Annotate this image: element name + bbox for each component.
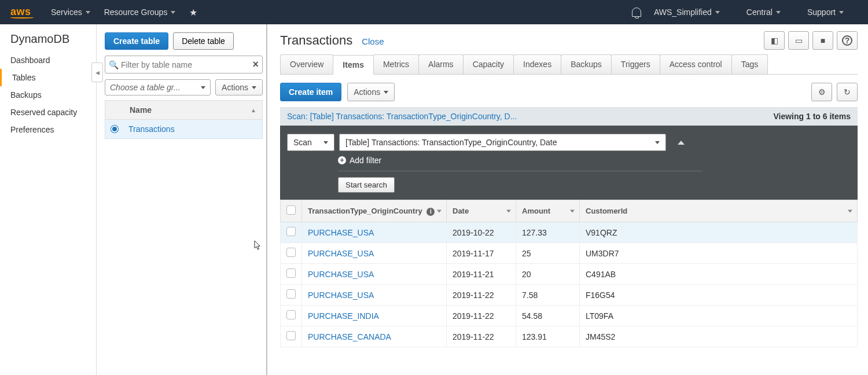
- checkbox-icon[interactable]: [286, 331, 296, 340]
- settings-button[interactable]: [811, 83, 832, 101]
- info-icon[interactable]: i: [426, 208, 435, 216]
- nav-resource-groups[interactable]: Resource Groups: [104, 8, 176, 17]
- row-checkbox-cell[interactable]: [281, 285, 302, 306]
- row-pk-link[interactable]: PURCHASE_CANADA: [308, 332, 391, 341]
- row-date-cell: 2019-11-22: [447, 326, 516, 347]
- checkbox-icon[interactable]: [286, 289, 296, 299]
- index-select[interactable]: [Table] Transactions: TransactionType_Or…: [339, 134, 666, 151]
- row-date-cell: 2019-11-21: [447, 264, 516, 285]
- tab-overview[interactable]: Overview: [280, 54, 333, 74]
- table-actions-dropdown[interactable]: Actions: [215, 79, 263, 95]
- row-pk-cell: PURCHASE_USA: [302, 222, 447, 243]
- table-row[interactable]: PURCHASE_INDIA2019-11-2254.58LT09FA: [281, 306, 858, 326]
- col-amount[interactable]: Amount: [516, 200, 580, 222]
- tab-alarms[interactable]: Alarms: [418, 54, 464, 74]
- row-checkbox-cell[interactable]: [281, 264, 302, 285]
- table-filter-input-wrap[interactable]: 🔍 ×: [105, 56, 263, 73]
- sidebar-item-preferences[interactable]: Preferences: [0, 121, 96, 138]
- clear-filter-icon[interactable]: ×: [252, 58, 259, 71]
- create-item-button[interactable]: Create item: [280, 83, 341, 101]
- view-split-button[interactable]: ◧: [764, 31, 785, 50]
- square-icon: ■: [821, 36, 825, 45]
- tab-tags[interactable]: Tags: [731, 54, 768, 74]
- checkbox-icon[interactable]: [286, 205, 296, 215]
- view-full-button[interactable]: ■: [812, 31, 833, 50]
- nav-account[interactable]: AWS_Simplified: [654, 8, 720, 17]
- tab-indexes[interactable]: Indexes: [513, 54, 561, 74]
- sidebar-item-reserved-capacity[interactable]: Reserved capacity: [0, 104, 96, 121]
- col-checkbox[interactable]: [281, 200, 302, 222]
- refresh-icon: [844, 87, 851, 97]
- delete-table-button[interactable]: Delete table: [173, 32, 234, 50]
- row-pk-link[interactable]: PURCHASE_USA: [308, 228, 374, 237]
- items-actions-dropdown[interactable]: Actions: [347, 83, 395, 101]
- scan-summary-link[interactable]: Scan: [Table] Transactions: TransactionT…: [287, 112, 517, 121]
- nav-support[interactable]: Support: [807, 8, 844, 17]
- viewing-count: Viewing 1 to 6 items: [773, 112, 851, 121]
- sidebar-item-dashboard[interactable]: Dashboard: [0, 52, 96, 69]
- caret-down-icon: [384, 91, 388, 94]
- col-primary-key[interactable]: TransactionType_OriginCountry i: [302, 200, 447, 222]
- aws-logo[interactable]: aws: [10, 6, 34, 19]
- notifications-icon[interactable]: [632, 8, 641, 17]
- col-customer-id[interactable]: CustomerId: [580, 200, 858, 222]
- caret-down-icon: [201, 86, 205, 89]
- row-date-cell: 2019-11-22: [447, 285, 516, 306]
- row-date-cell: 2019-10-22: [447, 222, 516, 243]
- row-pk-link[interactable]: PURCHASE_USA: [308, 291, 374, 300]
- table-name-link[interactable]: Transactions: [128, 124, 175, 134]
- sidebar-item-tables[interactable]: Tables: [0, 69, 96, 86]
- row-checkbox-cell[interactable]: [281, 222, 302, 243]
- sort-icon[interactable]: [437, 209, 442, 212]
- scan-mode-label: Scan: [293, 138, 312, 147]
- checkbox-icon[interactable]: [286, 310, 296, 319]
- table-row[interactable]: PURCHASE_CANADA2019-11-22123.91JM45S2: [281, 326, 858, 347]
- table-row[interactable]: PURCHASE_USA2019-11-227.58F16G54: [281, 285, 858, 306]
- row-pk-link[interactable]: PURCHASE_USA: [308, 270, 374, 279]
- tab-items[interactable]: Items: [333, 55, 374, 75]
- refresh-button[interactable]: [837, 83, 858, 101]
- caret-down-icon: [776, 11, 781, 14]
- split-horizontal-icon: ▭: [795, 36, 803, 45]
- sort-icon[interactable]: [848, 209, 852, 212]
- sort-icon[interactable]: [570, 209, 575, 212]
- tab-access-control[interactable]: Access control: [660, 54, 732, 74]
- help-button[interactable]: ?: [837, 31, 858, 50]
- nav-pin-icon[interactable]: ★: [189, 7, 197, 18]
- checkbox-icon[interactable]: [286, 227, 296, 236]
- tab-triggers[interactable]: Triggers: [611, 54, 660, 74]
- table-row[interactable]: PURCHASE_USA2019-10-22127.33V91QRZ: [281, 222, 858, 243]
- collapse-query-panel-icon[interactable]: [678, 141, 685, 145]
- close-link[interactable]: Close: [362, 36, 384, 46]
- sidebar-item-backups[interactable]: Backups: [0, 86, 96, 104]
- tab-metrics[interactable]: Metrics: [373, 54, 419, 74]
- checkbox-icon[interactable]: [286, 248, 296, 257]
- table-list-header[interactable]: Name ▲: [105, 100, 263, 120]
- nav-services[interactable]: Services: [51, 8, 90, 17]
- table-row[interactable]: PURCHASE_USA2019-11-2120C491AB: [281, 264, 858, 285]
- row-pk-link[interactable]: PURCHASE_INDIA: [308, 311, 379, 321]
- row-checkbox-cell[interactable]: [281, 326, 302, 347]
- nav-region[interactable]: Central: [746, 8, 781, 17]
- radio-selected-icon[interactable]: [111, 126, 118, 133]
- sort-icon[interactable]: [506, 209, 511, 212]
- tab-backups[interactable]: Backups: [561, 54, 612, 74]
- table-group-select[interactable]: Choose a table gr...: [105, 79, 211, 95]
- scan-mode-select[interactable]: Scan: [287, 134, 334, 151]
- col-date[interactable]: Date: [447, 200, 516, 222]
- row-amount-cell: 123.91: [516, 326, 580, 347]
- table-row[interactable]: PURCHASE_USA2019-11-1725UM3DR7: [281, 243, 858, 264]
- checkbox-icon[interactable]: [286, 269, 296, 278]
- nav-services-label: Services: [51, 8, 82, 17]
- table-list-row[interactable]: Transactions: [105, 120, 263, 139]
- view-wide-button[interactable]: ▭: [788, 31, 809, 50]
- row-checkbox-cell[interactable]: [281, 243, 302, 264]
- create-table-button[interactable]: Create table: [105, 32, 168, 50]
- row-pk-link[interactable]: PURCHASE_USA: [308, 249, 374, 258]
- table-filter-input[interactable]: [121, 60, 252, 69]
- col-primary-key-label: TransactionType_OriginCountry: [308, 207, 422, 215]
- tab-capacity[interactable]: Capacity: [463, 54, 514, 74]
- add-filter-button[interactable]: + Add filter: [338, 156, 851, 165]
- row-checkbox-cell[interactable]: [281, 306, 302, 326]
- start-search-button[interactable]: Start search: [338, 177, 395, 193]
